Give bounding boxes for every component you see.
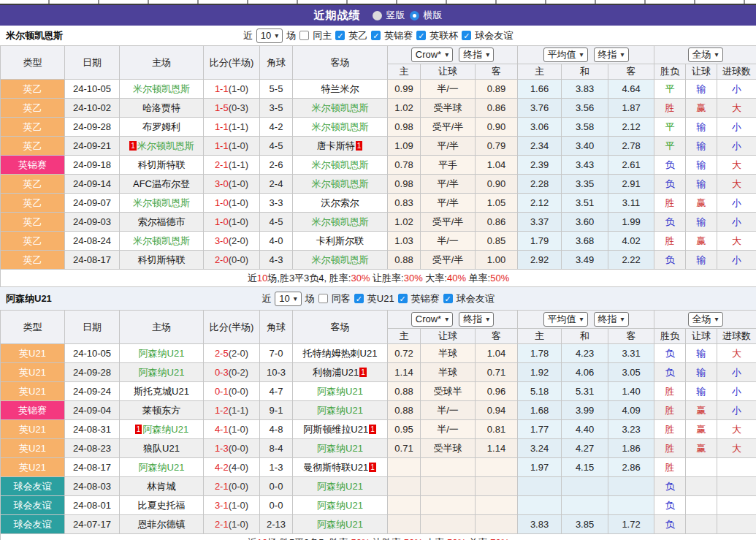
league-label: 英U21 (367, 292, 394, 305)
league-badge: 英乙 (1, 137, 65, 156)
away-cell: 阿斯顿维拉U211 (293, 420, 388, 439)
full-time-score: 0-3 (215, 367, 229, 378)
crow-odds-stage-select[interactable]: 终指▾ (459, 47, 494, 62)
result-handicap: 赢 (686, 232, 717, 251)
result-wdl-value: 负 (665, 367, 675, 378)
result-handicap: 输 (686, 118, 717, 137)
summary-segment: 近 (248, 273, 257, 284)
match-count-select[interactable]: 10▾ (275, 292, 302, 306)
avg-odds-stage-select[interactable]: 终指▾ (594, 312, 629, 327)
half-time-score: (0-3) (229, 102, 248, 113)
score-cell: 1-0(1-0) (204, 213, 260, 232)
score-cell: 1-3(0-0) (204, 439, 260, 458)
full-time-score: 2-1 (215, 159, 229, 170)
away-team-name: 托特纳姆热刺U21 (303, 348, 378, 359)
bookmaker-select[interactable]: Crow*▾ (411, 312, 453, 327)
result-wdl: 负 (654, 344, 686, 363)
bookmaker-select[interactable]: Crow*▾ (411, 47, 453, 62)
away-cell: 阿森纳U21 (293, 515, 388, 534)
result-wdl-value: 负 (665, 178, 675, 189)
same-venue-checkbox[interactable] (318, 294, 328, 303)
crow-away-odds: 0.79 (476, 137, 518, 156)
avg-odds-stage-select[interactable]: 终指▾ (594, 47, 629, 62)
league-checkbox-英U21[interactable]: ✓ (354, 294, 364, 303)
average-select[interactable]: 平均值▾ (543, 47, 588, 62)
match-date: 24-08-23 (65, 439, 120, 458)
avg-draw-odds: 3.49 (562, 251, 608, 270)
result-goals: 大 (717, 175, 756, 194)
result-wdl: 胜 (654, 420, 686, 439)
result-goals-value: 小 (732, 405, 741, 416)
red-card-icon: 1 (135, 425, 142, 434)
league-checkbox-英锦赛[interactable]: ✓ (398, 294, 408, 303)
chevron-down-icon: ▾ (715, 313, 719, 325)
result-wdl-value: 胜 (665, 443, 675, 454)
league-checkbox-英锦赛[interactable]: ✓ (371, 31, 381, 40)
result-goals: 小 (717, 363, 756, 382)
home-cell: 莱顿东方 (120, 401, 204, 420)
full-time-score: 2-1 (215, 519, 229, 530)
column-header-主场: 主场 (120, 311, 204, 344)
match-row: 英乙24-09-211米尔顿凯恩斯1-1(1-0)4-5唐卡斯特11.09平/半… (1, 137, 756, 156)
home-cell: 狼队U21 (120, 439, 204, 458)
away-team: 米尔顿凯恩斯 (312, 254, 369, 265)
chevron-down-icon: ▾ (715, 49, 719, 61)
away-cell: 沃尔索尔 (293, 194, 388, 213)
result-handicap: 输 (686, 137, 717, 156)
crow-home-odds (388, 458, 421, 477)
home-team-name: 布罗姆利 (142, 121, 180, 132)
result-wdl-value: 胜 (665, 235, 675, 246)
crow-handicap: 平/半 (421, 175, 476, 194)
average-select[interactable]: 平均值▾ (543, 312, 588, 327)
near-label: 近 (261, 292, 271, 305)
result-goals-value: 小 (732, 83, 741, 94)
full-match-select[interactable]: 全场▾ (688, 312, 723, 327)
crow-home-odds: 0.98 (388, 118, 421, 137)
avg-away-odds: 3.23 (608, 420, 654, 439)
crow-handicap (421, 515, 476, 534)
result-wdl: 胜 (654, 439, 686, 458)
summary-row: 近10场,胜3平3负4, 胜率:30% 让胜率:30% 大率:40% 单率:50… (1, 270, 756, 287)
summary-segment: 30% (404, 273, 423, 284)
match-count-select[interactable]: 10▾ (256, 28, 283, 43)
corners-cell: 3-3 (260, 194, 293, 213)
radio-vertical-layout[interactable] (373, 11, 382, 20)
sub-column-header-主: 主 (518, 329, 562, 344)
crow-away-odds (476, 496, 518, 515)
crow-home-odds: 1.03 (388, 232, 421, 251)
away-team-name: 米尔顿凯恩斯 (312, 216, 369, 227)
result-goals: 大 (717, 344, 756, 363)
home-cell: 哈洛贾特 (120, 99, 204, 118)
crow-home-odds: 0.98 (388, 175, 421, 194)
league-badge: 英U21 (1, 420, 65, 439)
league-checkbox-英联杯[interactable]: ✓ (416, 31, 426, 40)
league-checkbox-球会友谊[interactable]: ✓ (462, 31, 471, 40)
avg-draw-odds: 5.31 (562, 382, 608, 401)
full-time-score: 1-2 (215, 405, 229, 416)
full-match-select[interactable]: 全场▾ (688, 47, 723, 62)
away-cell: 阿森纳U21 (293, 382, 388, 401)
crow-away-odds: 0.96 (476, 382, 518, 401)
match-date: 24-09-14 (65, 175, 120, 194)
away-team: 阿森纳U21 (317, 386, 363, 397)
home-team: 莱顿东方 (142, 405, 180, 416)
result-wdl: 负 (654, 515, 686, 534)
match-date: 24-08-03 (65, 477, 120, 496)
result-goals-value: 小 (732, 254, 741, 265)
avg-away-odds: 3.05 (608, 363, 654, 382)
same-venue-checkbox[interactable] (299, 31, 309, 40)
page-title: 近期战绩 (314, 9, 361, 23)
radio-horizontal-layout[interactable] (410, 11, 419, 20)
league-checkbox-球会友谊[interactable]: ✓ (443, 294, 453, 303)
league-badge: 英U21 (1, 344, 65, 363)
crow-odds-stage-select[interactable]: 终指▾ (459, 312, 494, 327)
avg-draw-odds: 3.83 (562, 80, 608, 99)
league-checkbox-英乙[interactable]: ✓ (335, 31, 345, 40)
away-cell: 唐卡斯特1 (293, 137, 388, 156)
avg-away-odds: 1.86 (608, 439, 654, 458)
avg-home-odds: 1.68 (518, 401, 562, 420)
full-time-score: 1-1 (215, 140, 229, 151)
home-team: 1米尔顿凯恩斯 (129, 140, 194, 151)
home-team: 狼队U21 (143, 443, 180, 454)
match-date: 24-09-21 (65, 137, 120, 156)
